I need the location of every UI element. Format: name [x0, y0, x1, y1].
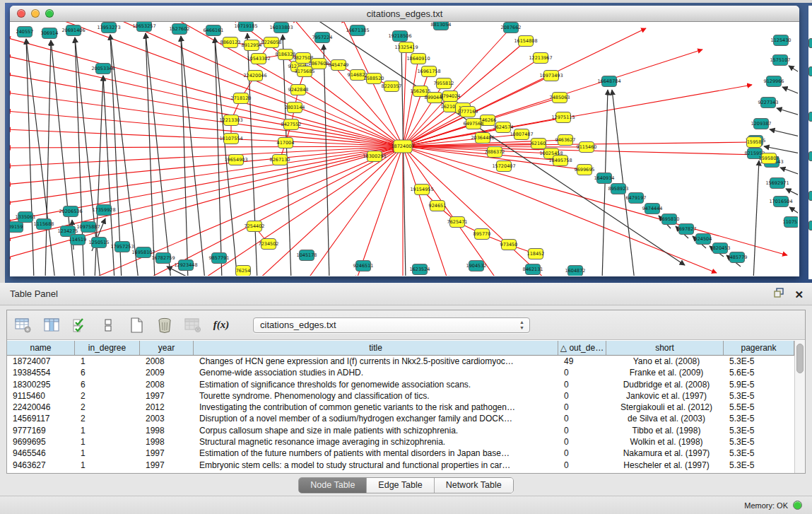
teal-node[interactable]: 9485779	[727, 252, 748, 263]
vertical-scrollbar[interactable]	[794, 341, 805, 473]
column-header-name[interactable]: name	[7, 341, 75, 355]
close-panel-icon[interactable]: ✕	[794, 289, 804, 300]
yellow-node[interactable]: 15720407	[492, 161, 515, 172]
yellow-node[interactable]: 12213967	[529, 53, 552, 64]
teal-node[interactable]: 8462131	[523, 264, 543, 275]
teal-node[interactable]: 20691406	[61, 25, 85, 36]
yellow-node[interactable]: 7485063	[550, 93, 570, 103]
teal-node[interactable]: 13953273	[97, 23, 120, 33]
tab-network-table[interactable]: Network Table	[435, 478, 513, 493]
table-selector-dropdown[interactable]: citations_edges.txt ▲▼	[253, 317, 530, 333]
teal-node[interactable]: 1335061	[16, 212, 36, 223]
teal-node[interactable]: 15692971	[765, 178, 789, 189]
teal-node[interactable]: 1820453	[710, 243, 731, 254]
column-header-year[interactable]: year	[140, 341, 194, 355]
yellow-node[interactable]: 18107554	[219, 134, 242, 144]
yellow-node[interactable]: 6497568	[464, 119, 484, 129]
network-canvas[interactable]: 2405573069142069140613953273106532571527…	[10, 22, 798, 276]
column-header-in_degree[interactable]: in_degree	[75, 341, 140, 355]
teal-node[interactable]: 1575107	[770, 55, 791, 66]
yellow-node[interactable]: 118452	[527, 249, 545, 259]
teal-node[interactable]: 6466161	[204, 25, 224, 36]
yellow-node[interactable]: 895770	[473, 229, 491, 240]
float-panel-icon[interactable]	[774, 288, 784, 300]
yellow-node[interactable]: 7886372	[485, 147, 505, 158]
teal-node[interactable]: 1697827	[676, 224, 697, 235]
teal-node[interactable]: 8813054	[431, 22, 452, 30]
yellow-node[interactable]: 15958	[747, 137, 762, 148]
table-row[interactable]: 911546021997Tourette syndrome. Phenomeno…	[7, 390, 794, 402]
tab-node-table[interactable]: Node Table	[299, 478, 367, 493]
select-all-columns-button[interactable]	[71, 316, 89, 334]
column-header-short[interactable]: short	[606, 341, 724, 355]
table-header-row[interactable]: namein_degreeyeartitle△ out_de…shortpage…	[7, 341, 794, 356]
table-row[interactable]: 946362711997Embryonic stem cells: a mode…	[7, 460, 794, 471]
table-row[interactable]: 1938455462009Genome-wide association stu…	[7, 367, 794, 378]
yellow-node[interactable]: 18724007	[391, 140, 414, 153]
table-row[interactable]: 1456911722003Disruption of a novel membe…	[7, 413, 794, 424]
yellow-node[interactable]: 9115460	[577, 142, 597, 153]
teal-node[interactable]: 240557	[16, 27, 34, 37]
function-builder-button[interactable]: f(x)	[212, 316, 230, 334]
scrollbar-thumb[interactable]	[796, 344, 804, 373]
teal-node[interactable]: 1209387	[751, 119, 772, 129]
yellow-node[interactable]: 16961758	[417, 66, 440, 77]
tab-edge-table[interactable]: Edge Table	[367, 478, 434, 493]
yellow-node[interactable]: 22420046	[243, 71, 266, 81]
yellow-node[interactable]: 6794024	[440, 91, 461, 102]
network-graph[interactable]: 2405573069142069140613953273106532571527…	[10, 22, 798, 276]
yellow-node[interactable]: 7625471	[447, 217, 468, 228]
yellow-node[interactable]: 8860123	[220, 37, 241, 48]
yellow-node[interactable]: 417004	[277, 138, 295, 148]
delete-rows-button[interactable]	[155, 316, 174, 334]
teal-node[interactable]: 1695810	[659, 214, 680, 225]
teal-node[interactable]: 7957224	[312, 33, 333, 43]
yellow-node[interactable]: 9242848	[288, 85, 309, 95]
teal-node[interactable]: 1115688	[34, 219, 54, 230]
yellow-node[interactable]: 8220357	[382, 81, 402, 92]
teal-node[interactable]: 17359928	[92, 205, 115, 216]
yellow-node[interactable]: 2718120	[231, 93, 252, 104]
yellow-node[interactable]: 20364486	[471, 133, 494, 144]
yellow-node[interactable]: 19154955	[410, 185, 433, 195]
yellow-node[interactable]: 10543302	[247, 54, 270, 64]
teal-node[interactable]: 9474444	[642, 204, 663, 214]
yellow-node[interactable]: 924651	[429, 201, 447, 211]
teal-node[interactable]: 10653257	[132, 22, 155, 32]
table-body[interactable]: 1872400712008Changes of HCN gene express…	[7, 356, 794, 473]
teal-node[interactable]: 1623524	[410, 264, 430, 275]
teal-node[interactable]: 1125430	[771, 35, 792, 46]
teal-node[interactable]: 110753	[783, 217, 798, 228]
yellow-node[interactable]: 8454749	[329, 60, 349, 71]
teal-node[interactable]: 114519	[69, 235, 87, 245]
yellow-node[interactable]: 973450	[500, 240, 518, 250]
unselect-all-columns-button[interactable]	[99, 316, 117, 334]
teal-node[interactable]: 6479197	[626, 193, 647, 204]
teal-node[interactable]: 1527602	[170, 24, 190, 35]
yellow-node[interactable]: 2803144	[285, 103, 305, 113]
table-row[interactable]: 977716911998Corpus callosum shape and si…	[7, 425, 794, 436]
yellow-node[interactable]: 76254	[236, 266, 251, 276]
teal-node[interactable]: 1250515	[89, 238, 110, 248]
teal-node[interactable]: 8958923	[608, 184, 629, 194]
teal-node[interactable]: 9227343	[758, 98, 779, 108]
yellow-node[interactable]: 1595807	[759, 153, 779, 164]
yellow-node[interactable]: 16154808	[514, 36, 537, 47]
teal-node[interactable]: 9246511	[353, 261, 374, 271]
column-header-out_de[interactable]: △ out_de…	[558, 341, 606, 355]
table-row[interactable]: 1872400712008Changes of HCN gene express…	[7, 356, 794, 367]
table-row[interactable]: 969969511998Structural magnetic resonanc…	[7, 436, 794, 448]
column-header-pagerank[interactable]: pagerank	[724, 341, 794, 355]
new-table-button[interactable]	[127, 316, 146, 334]
teal-node[interactable]: 306914	[41, 28, 59, 39]
yellow-node[interactable]: 8267130	[270, 155, 290, 165]
teal-node[interactable]: 9857791	[209, 253, 230, 264]
yellow-node[interactable]: 12975115	[551, 112, 575, 123]
teal-node[interactable]: 1904532	[466, 261, 487, 271]
yellow-node[interactable]: 9777169	[458, 107, 478, 117]
yellow-node[interactable]: 7234502	[259, 239, 279, 250]
yellow-node[interactable]: 10807487	[510, 129, 533, 140]
yellow-node[interactable]: 62160	[531, 139, 546, 149]
teal-node[interactable]: 10719185	[234, 22, 257, 32]
yellow-node[interactable]: 9699695	[575, 165, 595, 175]
